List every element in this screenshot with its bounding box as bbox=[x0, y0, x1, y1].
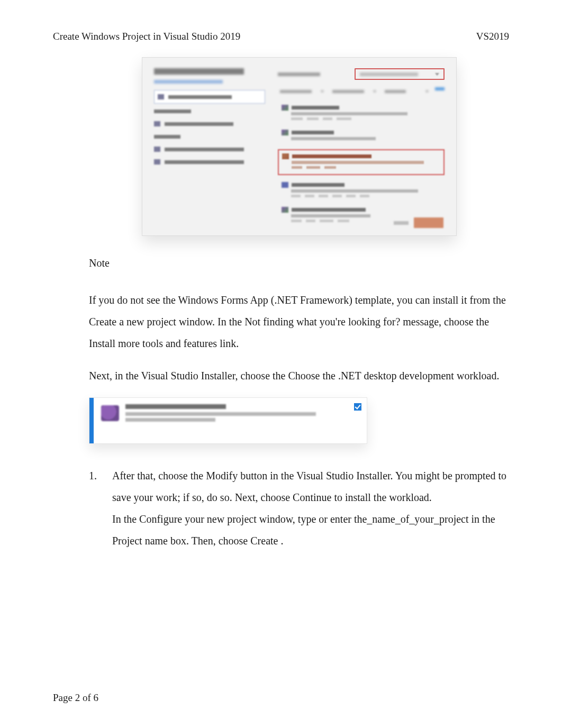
template-item bbox=[278, 179, 445, 200]
page-total: of 6 bbox=[80, 692, 98, 703]
button-name: Continue bbox=[293, 492, 331, 503]
step-number: 1. bbox=[89, 465, 102, 562]
installer-workload-screenshot bbox=[89, 397, 367, 444]
workload-checkbox-icon bbox=[354, 403, 361, 411]
step-1: 1. After that, choose the Modify button … bbox=[89, 465, 509, 562]
step-1-paragraph-1: After that, choose the Modify button in … bbox=[112, 465, 509, 508]
dialog-left-pane bbox=[154, 68, 265, 227]
template-item bbox=[278, 102, 445, 123]
page-label: Page bbox=[53, 692, 75, 703]
text: After that, choose the bbox=[112, 470, 206, 481]
button-name: Modify bbox=[206, 470, 238, 481]
note-paragraph-2: Next, in the Visual Studio Installer, ch… bbox=[89, 365, 509, 387]
text: . bbox=[280, 535, 283, 547]
note-paragraph-1: If you do not see the Windows Forms App … bbox=[89, 289, 509, 354]
window-name: Create a new project bbox=[89, 316, 176, 327]
button-name: Create bbox=[250, 535, 278, 547]
header-title-right: VS2019 bbox=[476, 31, 509, 42]
text: workload. bbox=[457, 370, 500, 381]
text: In the bbox=[112, 513, 139, 525]
text: link. bbox=[220, 338, 239, 349]
window-name: Configure your new project bbox=[139, 513, 257, 525]
text: box. Then, choose bbox=[170, 535, 250, 547]
text: Next, in the Visual Studio Installer, ch… bbox=[89, 370, 338, 381]
template-name: Windows Forms App (.NET Framework) bbox=[178, 294, 352, 306]
page-header: Create Windows Project in Visual Studio … bbox=[53, 31, 509, 42]
page-footer: Page 2 of 6 bbox=[53, 692, 98, 704]
text: in the bbox=[472, 513, 495, 525]
text: template, you can install it from the bbox=[355, 294, 506, 306]
text: to install the workload. bbox=[334, 492, 431, 503]
language-filter-highlighted bbox=[355, 68, 445, 80]
step-1-paragraph-2: In the Configure your new project window… bbox=[112, 508, 509, 552]
placeholder-name: the_name_of_your_project bbox=[354, 513, 469, 525]
document-page: Create Windows Project in Visual Studio … bbox=[0, 0, 562, 728]
field-name: Project name bbox=[112, 535, 168, 547]
back-button-placeholder bbox=[394, 221, 409, 225]
message-text: Not finding what you're looking for? bbox=[244, 316, 400, 327]
text: window. In the bbox=[179, 316, 244, 327]
note-heading: Note bbox=[89, 257, 509, 269]
text: If you do not see the bbox=[89, 294, 178, 306]
text: window, type or enter bbox=[259, 513, 354, 525]
next-button-placeholder bbox=[414, 217, 443, 228]
text: message, choose the bbox=[403, 316, 489, 327]
dialog-right-pane bbox=[278, 68, 445, 227]
page-number: 2 bbox=[75, 692, 80, 703]
dialog-footer bbox=[394, 217, 443, 228]
search-templates-box bbox=[278, 69, 348, 79]
create-project-dialog-screenshot bbox=[142, 57, 457, 236]
page-content: Note If you do not see the Windows Forms… bbox=[53, 57, 509, 562]
workload-name: .NET desktop development bbox=[338, 370, 454, 381]
recent-template-item bbox=[154, 90, 265, 104]
header-title-left: Create Windows Project in Visual Studio … bbox=[53, 31, 240, 42]
template-item-highlighted bbox=[278, 149, 445, 175]
link-name: Install more tools and features bbox=[89, 338, 217, 349]
template-item bbox=[278, 127, 445, 145]
dotnet-desktop-icon bbox=[101, 405, 119, 421]
